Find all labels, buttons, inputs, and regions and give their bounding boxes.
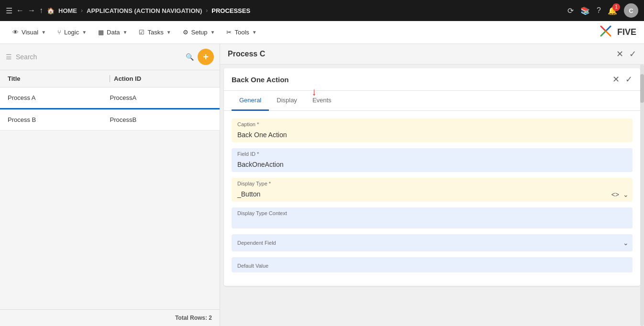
breadcrumb: 🏠 HOME › APPLICATIONS (ACTION NAVIGATION…	[47, 7, 250, 14]
caption-field: Caption * Back One Action	[232, 119, 633, 142]
header-divider	[110, 75, 110, 82]
display-type-context-field: Display Type Context	[232, 207, 633, 228]
default-value-field: Default Value	[232, 257, 633, 272]
notification-badge: 1	[612, 3, 620, 11]
back-one-action-panel: Back One Action ✕ ✓ General Display	[224, 68, 640, 286]
sub-check-icon[interactable]: ✓	[625, 74, 633, 85]
display-type-field: Display Type * _Button <> ⌄	[232, 178, 633, 202]
sidebar-rows: Process A ProcessA Process B ProcessB	[0, 87, 220, 309]
up-icon[interactable]: ↑	[39, 6, 43, 15]
code-icon[interactable]: <>	[611, 191, 619, 198]
five-logo-icon	[599, 24, 612, 38]
tools-label: Tools	[234, 29, 249, 36]
sidebar-table-header: Title Action ID	[0, 70, 220, 87]
svg-line-3	[606, 31, 611, 36]
logic-icon: ⑂	[57, 29, 61, 36]
dependent-chevron-down-icon[interactable]: ⌄	[623, 239, 629, 247]
process-panel-title: Process C	[228, 50, 265, 58]
menu-setup[interactable]: ⚙ Setup ▼	[178, 26, 220, 39]
display-type-icons: <> ⌄	[611, 191, 633, 198]
five-logo-text: FIVE	[617, 27, 636, 37]
column-actionid-header: Action ID	[114, 75, 212, 82]
right-panel: Process C ✕ ✓ Back One Action ✕ ✓	[220, 44, 644, 326]
visual-label: Visual	[22, 29, 38, 36]
navbar-right: ⟳ 📚 ? 🔔 1 C	[567, 3, 638, 18]
tools-caret: ▼	[252, 30, 257, 35]
breadcrumb-applications[interactable]: APPLICATIONS (ACTION NAVIGATION)	[87, 7, 202, 14]
tasks-caret: ▼	[167, 30, 171, 35]
hamburger-lines-icon: ☰	[6, 53, 12, 61]
scrollbar-thumb[interactable]	[640, 74, 644, 103]
visual-caret: ▼	[41, 30, 46, 35]
field-id-input[interactable]: BackOneAction	[232, 158, 633, 172]
add-button[interactable]: +	[198, 49, 214, 65]
tasks-icon: ☑	[139, 29, 144, 36]
display-type-context-input[interactable]	[232, 217, 633, 228]
dependent-field-icons: ⌄	[623, 239, 633, 247]
sidebar: ☰ Search 🔍 + Title Action ID Process A P…	[0, 44, 220, 326]
main-layout: ☰ Search 🔍 + Title Action ID Process A P…	[0, 44, 644, 326]
data-caret: ▼	[123, 30, 128, 35]
caption-input[interactable]: Back One Action	[232, 128, 633, 142]
breadcrumb-arrow-2: ›	[206, 7, 208, 14]
refresh-icon[interactable]: ⟳	[567, 6, 574, 15]
row-actionid-0: ProcessA	[110, 94, 212, 101]
menu-tools[interactable]: ✂ Tools ▼	[222, 26, 261, 39]
forward-icon[interactable]: →	[28, 6, 35, 15]
sub-panel-header: Back One Action ✕ ✓	[224, 68, 640, 91]
tabs: General Display Events ↑	[224, 91, 640, 111]
default-value-label: Default Value	[232, 257, 633, 272]
display-type-input[interactable]: _Button	[232, 187, 266, 202]
data-icon: ▦	[98, 29, 104, 36]
menu-logic[interactable]: ⑂ Logic ▼	[53, 26, 91, 39]
row-actionid-1: ProcessB	[110, 116, 212, 123]
search-inner: ☰ Search 🔍	[6, 53, 194, 61]
sidebar-footer: Total Rows: 2	[0, 309, 220, 326]
back-icon[interactable]: ←	[16, 6, 24, 15]
sub-panel-container: Back One Action ✕ ✓ General Display	[220, 65, 644, 326]
home-icon[interactable]: 🏠	[47, 7, 55, 14]
svg-line-0	[601, 26, 606, 31]
hamburger-icon[interactable]: ☰	[6, 6, 12, 15]
sub-panel-actions: ✕ ✓	[612, 74, 633, 85]
books-icon[interactable]: 📚	[580, 6, 590, 15]
breadcrumb-processes[interactable]: PROCESSES	[211, 7, 250, 14]
avatar[interactable]: C	[624, 3, 638, 18]
svg-line-2	[601, 31, 606, 36]
display-type-row: _Button <> ⌄	[232, 187, 633, 202]
column-title-header: Title	[8, 75, 106, 82]
tab-display[interactable]: Display	[269, 91, 305, 111]
menu-data[interactable]: ▦ Data ▼	[93, 26, 132, 39]
menu-visual[interactable]: 👁 Visual ▼	[8, 26, 51, 39]
process-close-icon[interactable]: ✕	[616, 49, 623, 59]
data-label: Data	[107, 29, 120, 36]
tasks-label: Tasks	[147, 29, 163, 36]
notification-bell[interactable]: 🔔 1	[608, 6, 617, 15]
breadcrumb-home[interactable]: HOME	[58, 7, 77, 14]
field-id-field: Field ID * BackOneAction	[232, 148, 633, 172]
setup-label: Setup	[191, 29, 208, 36]
list-item[interactable]: Process B ProcessB	[0, 109, 220, 130]
process-panel-header: Process C ✕ ✓	[220, 44, 644, 65]
logic-caret: ▼	[82, 30, 87, 35]
menu-items: 👁 Visual ▼ ⑂ Logic ▼ ▦ Data ▼ ☑ Tasks ▼ …	[8, 26, 262, 39]
scrollbar[interactable]	[640, 65, 644, 326]
help-icon[interactable]: ?	[597, 6, 601, 15]
display-type-label: Display Type *	[232, 178, 633, 187]
list-item[interactable]: Process A ProcessA	[0, 87, 220, 109]
menu-tasks[interactable]: ☑ Tasks ▼	[134, 26, 176, 39]
setup-caret: ▼	[211, 30, 215, 35]
tab-general[interactable]: General	[232, 91, 269, 111]
visual-icon: 👁	[12, 29, 19, 36]
chevron-down-icon[interactable]: ⌄	[623, 191, 629, 198]
sub-close-icon[interactable]: ✕	[612, 74, 620, 85]
top-navbar: ☰ ← → ↑ 🏠 HOME › APPLICATIONS (ACTION NA…	[0, 0, 644, 21]
tab-events[interactable]: Events ↑	[305, 91, 339, 111]
breadcrumb-arrow-1: ›	[81, 7, 83, 14]
svg-line-1	[606, 26, 611, 31]
search-icon[interactable]: 🔍	[186, 53, 194, 61]
logic-label: Logic	[64, 29, 79, 36]
field-id-label: Field ID *	[232, 148, 633, 158]
process-check-icon[interactable]: ✓	[629, 49, 636, 59]
search-placeholder-text: Search	[16, 53, 37, 61]
